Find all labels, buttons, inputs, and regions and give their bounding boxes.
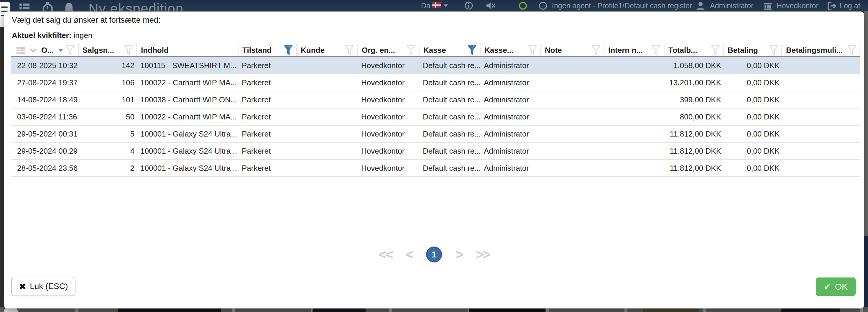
cell-total: 1.058,00 DKK	[664, 61, 723, 70]
cell-cashier: Administrator	[480, 78, 540, 87]
column-header-payment-method[interactable]: Betalingsmuli...	[781, 44, 860, 56]
page-title: Ny ekspedition	[88, 0, 183, 11]
cell-cashier: Administrator	[480, 95, 540, 104]
filter-icon[interactable]	[528, 45, 537, 56]
column-header-customer[interactable]: Kunde	[296, 44, 357, 56]
check-icon: ✔	[824, 282, 831, 292]
cell-total: 13.201,00 DKK	[664, 78, 723, 87]
cell-cashier: Administrator	[480, 112, 540, 122]
column-header-sale-number[interactable]: Salgsn...	[78, 44, 136, 56]
quickfilter-label: Aktuel kvikfilter:	[12, 31, 71, 40]
table-row[interactable]: 29-05-2024 00:315100001 - Galaxy S24 Ult…	[11, 126, 860, 143]
column-header-created[interactable]: O...	[11, 44, 78, 56]
filter-icon[interactable]	[652, 45, 660, 56]
product-thumbnail	[643, 308, 699, 312]
cell-total: 11.812,00 DKK	[664, 147, 723, 156]
pagination-last-button[interactable]: >>	[476, 247, 489, 262]
column-header-internal-note[interactable]: Intern n...	[603, 44, 664, 56]
cell-payment: 0,00 DKK	[723, 147, 781, 156]
cell-sale-number: 50	[78, 112, 136, 122]
cell-created: 27-08-2024 19:37	[11, 78, 78, 87]
close-button[interactable]: ✖ Luk (ESC)	[11, 277, 75, 296]
cell-sale-number: 106	[78, 78, 136, 87]
user-icon[interactable]	[696, 1, 705, 10]
mute-speaker-icon[interactable]	[486, 1, 497, 10]
table-row[interactable]: 03-06-2024 11:3650100022 - Carhartt WIP …	[11, 108, 860, 126]
column-header-payment[interactable]: Betaling	[723, 44, 781, 56]
cell-state: Parkeret	[238, 95, 296, 104]
cell-org-unit: Hovedkontor	[357, 164, 418, 173]
column-label: O...	[41, 46, 54, 55]
building-icon[interactable]	[763, 1, 772, 10]
org-unit-label[interactable]: Hovedkontor	[777, 1, 818, 10]
table-row[interactable]: 27-08-2024 19:37106100022 - Carhartt WIP…	[11, 74, 860, 91]
cell-cashier: Administrator	[480, 164, 540, 173]
column-header-cashier[interactable]: Kasse...	[480, 44, 540, 56]
list-icon[interactable]	[19, 2, 30, 11]
filter-icon[interactable]	[345, 45, 354, 56]
close-button-label: Luk (ESC)	[30, 282, 68, 291]
cell-org-unit: Hovedkontor	[357, 95, 418, 104]
cell-state: Parkeret	[238, 78, 296, 87]
cell-created: 22-08-2025 10:32	[11, 61, 78, 70]
cell-total: 11.812,00 DKK	[664, 164, 723, 173]
cell-org-unit: Hovedkontor	[357, 78, 418, 87]
top-app-bar: Ny ekspedition Da Ingen agent - Profile1…	[0, 0, 868, 11]
logout-icon[interactable]	[827, 1, 837, 10]
filter-icon[interactable]	[468, 45, 476, 56]
filter-icon[interactable]	[591, 45, 600, 56]
filter-icon[interactable]	[769, 45, 778, 56]
table-row[interactable]: 14-08-2024 18:49101100038 - Carhartt WIP…	[11, 91, 860, 108]
pagination-prev-button[interactable]: <	[406, 247, 412, 262]
filter-icon[interactable]	[711, 45, 720, 56]
filter-icon[interactable]	[124, 45, 133, 56]
status-ring-gray-icon[interactable]	[539, 2, 547, 10]
filter-icon[interactable]	[284, 45, 293, 56]
cell-content: 100022 - Carhartt WIP MA...	[136, 112, 238, 122]
pagination: << < 1 > >>	[4, 247, 864, 262]
cell-created: 03-06-2024 11:36	[11, 112, 78, 122]
language-label[interactable]: Da	[421, 1, 431, 10]
pagination-first-button[interactable]: <<	[379, 247, 392, 262]
product-thumbnail	[469, 308, 546, 312]
agent-status-label[interactable]: Ingen agent - Profile1/Default cash regi…	[552, 1, 692, 10]
column-header-state[interactable]: Tilstand	[238, 44, 296, 56]
cell-total: 800,00 DKK	[664, 112, 723, 122]
chevron-down-icon[interactable]	[30, 49, 36, 53]
column-header-org-unit[interactable]: Org. en...	[357, 44, 418, 56]
table-row[interactable]: 28-05-2024 23:562100001 - Galaxy S24 Ult…	[11, 160, 860, 177]
column-header-content[interactable]: Indhold	[136, 44, 238, 56]
filter-icon[interactable]	[407, 45, 415, 56]
sort-desc-icon[interactable]	[58, 49, 63, 52]
logout-label[interactable]: Log af	[840, 1, 860, 10]
pagination-current-page[interactable]: 1	[426, 247, 442, 262]
table-row[interactable]: 22-08-2025 10:32142100115 - SWEATSHIRT M…	[11, 57, 860, 74]
cell-register: Default cash re...	[418, 129, 480, 138]
column-header-note[interactable]: Note	[540, 44, 603, 56]
filter-icon[interactable]	[847, 45, 856, 56]
table-row[interactable]: 29-05-2024 00:294100001 - Galaxy S24 Ult…	[11, 143, 860, 160]
ok-button[interactable]: ✔ OK	[816, 278, 856, 296]
filter-icon[interactable]	[66, 45, 74, 56]
grid-icon[interactable]	[17, 46, 25, 55]
column-label: Kasse...	[485, 46, 513, 55]
cell-created: 14-08-2024 18:49	[11, 95, 78, 104]
stopwatch-icon[interactable]	[42, 2, 54, 11]
column-label: Org. en...	[362, 46, 395, 55]
info-icon[interactable]	[465, 1, 473, 10]
cell-register: Default cash re...	[418, 164, 480, 173]
bell-icon[interactable]	[63, 2, 75, 11]
cell-content: 100001 - Galaxy S24 Ultra ...	[136, 164, 238, 173]
cell-register: Default cash re...	[418, 78, 480, 87]
column-header-register[interactable]: Kasse	[418, 44, 480, 56]
table-header-row: O...Salgsn...IndholdTilstandKundeOrg. en…	[11, 44, 860, 57]
column-label: Betaling	[728, 46, 758, 55]
column-label: Kasse	[423, 46, 446, 55]
pagination-next-button[interactable]: >	[456, 247, 462, 262]
column-header-total[interactable]: Totalb...	[664, 44, 723, 56]
danish-flag-icon[interactable]	[432, 2, 441, 8]
chevron-down-icon[interactable]	[443, 4, 449, 8]
status-ring-green-icon[interactable]	[519, 2, 527, 10]
cell-org-unit: Hovedkontor	[357, 147, 418, 156]
current-user-label[interactable]: Administrator	[710, 1, 753, 10]
